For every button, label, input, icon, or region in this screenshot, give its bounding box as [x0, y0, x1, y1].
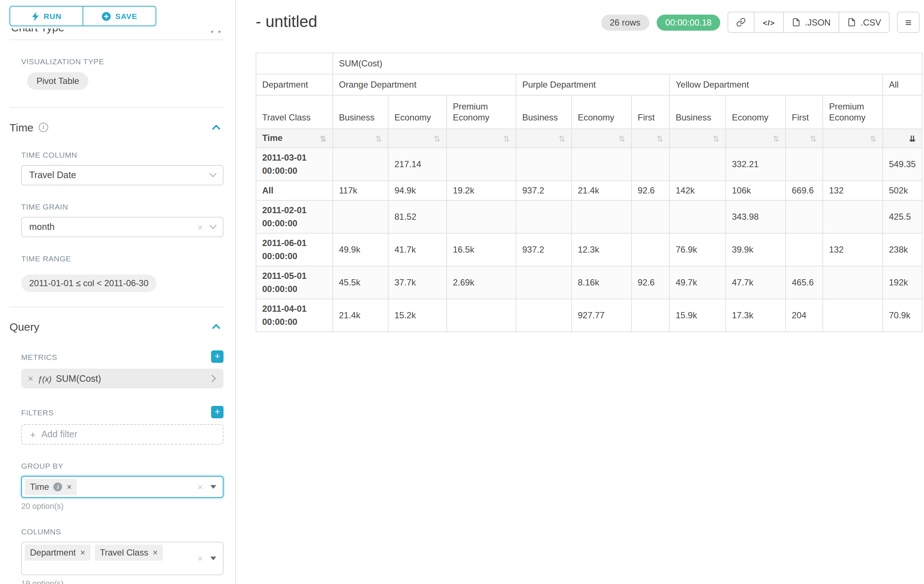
pivot-value-cell: 117k	[333, 181, 388, 201]
control-panel-sidebar: RUN SAVE Chart Type VISUALIZATION TYPE P…	[0, 0, 236, 584]
sort-toggle-icon[interactable]: ⇅	[870, 133, 876, 144]
selected-option-tag[interactable]: Department×	[25, 545, 90, 561]
pivot-value-cell	[333, 201, 388, 233]
pivot-sort-cell[interactable]: ⇅	[726, 129, 785, 148]
pivot-sort-cell[interactable]: ⇅	[516, 129, 572, 148]
chevron-clipped-icon	[211, 31, 221, 33]
time-grain-value: month	[29, 222, 55, 232]
time-section-title: Time	[10, 121, 34, 133]
selected-option-tag[interactable]: Travel Class×	[95, 545, 163, 561]
pivot-sort-cell[interactable]: ⇅	[785, 129, 823, 148]
pivot-value-cell	[572, 148, 632, 181]
pivot-value-cell	[823, 148, 883, 181]
pivot-sort-cell[interactable]: ⇅	[823, 129, 883, 148]
pivot-value-cell: 937.2	[516, 181, 572, 201]
chevron-up-icon[interactable]	[212, 125, 221, 133]
sort-toggle-icon[interactable]: ⇅	[503, 133, 510, 144]
pivot-value-cell	[333, 148, 388, 181]
clear-icon[interactable]: ×	[198, 482, 203, 492]
pivot-group-header: Yellow Department	[670, 74, 883, 95]
file-icon	[847, 18, 856, 27]
export-json-button[interactable]: .JSON	[783, 12, 840, 33]
pivot-value-cell: 343.98	[726, 201, 785, 233]
query-section-header[interactable]: Query	[10, 321, 223, 333]
add-filter-plus-button[interactable]: +	[211, 406, 223, 418]
metric-option[interactable]: × ƒ(x) SUM(Cost)	[21, 368, 223, 388]
time-range-label: TIME RANGE	[21, 254, 223, 263]
pivot-value-cell: 465.6	[785, 266, 823, 299]
pivot-class-header: First	[632, 95, 670, 129]
pivot-sort-cell[interactable]: ⇅	[670, 129, 726, 148]
pivot-value-cell: 132	[823, 233, 883, 266]
export-button-group: </> .JSON .CSV	[728, 12, 890, 33]
pivot-value-cell: 19.2k	[447, 181, 516, 201]
menu-button[interactable]: ≡	[897, 12, 920, 33]
pivot-value-cell: 16.5k	[447, 233, 516, 266]
pivot-class-header: Business	[333, 95, 388, 129]
add-filter-button[interactable]: + Add filter	[21, 424, 223, 444]
plus-circle-icon	[102, 12, 111, 21]
sort-toggle-icon[interactable]: ⇅	[559, 133, 565, 144]
pivot-row-label: 2011-04-01 00:00:00	[256, 299, 333, 332]
chart-title[interactable]: - untitled	[256, 12, 317, 31]
sort-toggle-icon[interactable]: ⇅	[657, 133, 663, 144]
group-by-select[interactable]: Timei× ×	[21, 476, 223, 498]
time-range-value[interactable]: 2011-01-01 ≤ col < 2011-06-30	[21, 275, 157, 292]
time-section-header[interactable]: Time i	[10, 121, 223, 133]
pivot-value-cell: 12.3k	[572, 233, 632, 266]
sort-toggle-icon[interactable]: ⇅	[434, 133, 441, 144]
tag-label: Department	[30, 548, 76, 558]
pivot-sort-cell[interactable]: ⇅	[632, 129, 670, 148]
pivot-time-header[interactable]: ⇅Time	[256, 129, 333, 148]
embed-code-button[interactable]: </>	[754, 12, 784, 33]
columns-select[interactable]: Department×Travel Class× ×	[21, 542, 223, 575]
copy-link-button[interactable]	[728, 12, 754, 33]
pivot-sort-cell[interactable]: ⇊	[883, 129, 922, 148]
time-column-select[interactable]: Travel Date	[21, 165, 223, 186]
sort-toggle-icon[interactable]: ⇅	[320, 133, 327, 144]
chart-type-heading: Chart Type	[11, 28, 64, 34]
add-metric-button[interactable]: +	[211, 350, 223, 363]
pivot-value-cell: 204	[785, 299, 823, 332]
sort-toggle-icon[interactable]: ⇅	[619, 133, 625, 144]
pivot-class-header: Economy	[726, 95, 785, 129]
pivot-sort-cell[interactable]: ⇅	[447, 129, 516, 148]
pivot-data-row: 2011-02-01 00:00:0081.52343.98425.5	[256, 201, 922, 233]
chevron-up-icon[interactable]	[212, 324, 221, 332]
pivot-row-label: 2011-03-01 00:00:00	[256, 148, 333, 181]
close-icon[interactable]: ×	[80, 548, 85, 557]
sort-toggle-icon[interactable]: ⇅	[713, 133, 719, 144]
save-button[interactable]: SAVE	[82, 6, 156, 26]
sort-toggle-icon[interactable]: ⇅	[773, 133, 779, 144]
remove-metric-icon[interactable]: ×	[28, 373, 33, 384]
pivot-value-cell: 502k	[883, 181, 922, 201]
sort-desc-icon[interactable]: ⇊	[909, 133, 916, 144]
pivot-sort-cell[interactable]: ⇅	[333, 129, 388, 148]
pivot-class-header: Business	[670, 95, 726, 129]
pivot-value-cell	[823, 299, 883, 332]
caret-down-icon[interactable]	[210, 557, 216, 560]
pivot-class-header: First	[785, 95, 823, 129]
pivot-value-cell: 45.5k	[333, 266, 388, 299]
pivot-value-cell: 142k	[670, 181, 726, 201]
run-button[interactable]: RUN	[10, 6, 83, 26]
selected-option-tag[interactable]: Timei×	[25, 479, 77, 495]
export-csv-button[interactable]: .CSV	[838, 12, 890, 33]
close-icon[interactable]: ×	[66, 482, 72, 491]
time-grain-select[interactable]: month ×	[21, 217, 223, 237]
caret-down-icon[interactable]	[210, 485, 216, 489]
visualization-type-value[interactable]: Pivot Table	[27, 72, 89, 90]
pivot-sort-cell[interactable]: ⇅	[572, 129, 632, 148]
pivot-value-cell	[670, 148, 726, 181]
clear-icon[interactable]: ×	[198, 554, 203, 563]
pivot-value-cell: 81.52	[388, 201, 447, 233]
run-button-label: RUN	[43, 12, 61, 20]
pivot-sort-cell[interactable]: ⇅	[388, 129, 447, 148]
sort-toggle-icon[interactable]: ⇅	[375, 133, 382, 144]
pivot-value-cell: 21.4k	[572, 181, 632, 201]
sort-toggle-icon[interactable]: ⇅	[810, 133, 817, 144]
columns-selected-tags: Department×Travel Class×	[25, 545, 163, 561]
clear-icon[interactable]: ×	[198, 222, 203, 232]
close-icon[interactable]: ×	[153, 548, 158, 557]
menu-icon: ≡	[905, 16, 912, 28]
